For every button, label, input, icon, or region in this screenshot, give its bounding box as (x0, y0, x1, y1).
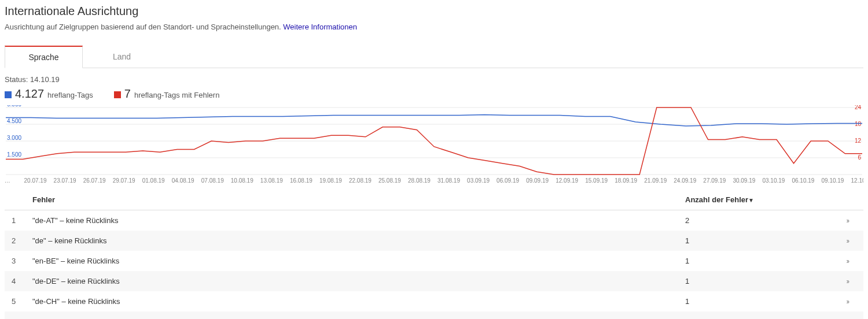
svg-text:12.09.19: 12.09.19 (556, 177, 578, 184)
status-label: Status: (5, 75, 28, 84)
svg-text:03.09.19: 03.09.19 (467, 177, 490, 184)
row-count: 1 (678, 231, 840, 251)
table-row[interactable]: 5"de-CH" – keine Rücklinks1›› (5, 291, 863, 311)
svg-text:22.08.19: 22.08.19 (349, 177, 372, 184)
sort-desc-icon: ▼ (748, 197, 754, 203)
row-action[interactable]: ›› (840, 311, 863, 319)
svg-text:19.08.19: 19.08.19 (319, 177, 342, 184)
row-index: 6 (5, 311, 25, 319)
row-index: 3 (5, 251, 25, 271)
row-index: 5 (5, 291, 25, 311)
th-error[interactable]: Fehler (25, 190, 678, 210)
svg-text:10.08.19: 10.08.19 (231, 177, 253, 184)
svg-text:18.09.19: 18.09.19 (615, 177, 637, 184)
svg-text:31.08.19: 31.08.19 (437, 177, 460, 184)
svg-text:21.09.19: 21.09.19 (644, 177, 667, 184)
svg-text:26.07.19: 26.07.19 (83, 177, 106, 184)
legend-tags-value: 4.127 (15, 87, 44, 101)
page-description: Ausrichtung auf Zielgruppen basierend au… (5, 23, 863, 31)
svg-text:01.08.19: 01.08.19 (142, 177, 165, 184)
row-count: 1 (678, 311, 840, 319)
svg-text:12: 12 (855, 138, 862, 144)
timeline-chart[interactable]: 1.50063.000124.500186.000241…20.07.1923.… (5, 105, 863, 186)
svg-text:13.08.19: 13.08.19 (260, 177, 283, 184)
table-row[interactable]: 1"de-AT" – keine Rücklinks2›› (5, 210, 863, 231)
square-icon (5, 91, 12, 98)
svg-text:04.08.19: 04.08.19 (172, 177, 194, 184)
svg-text:18: 18 (855, 121, 862, 127)
th-count[interactable]: Anzahl der Fehler▼ (678, 190, 840, 210)
svg-text:09.09.19: 09.09.19 (526, 177, 549, 184)
svg-text:27.09.19: 27.09.19 (703, 177, 726, 184)
svg-text:12.10.19: 12.10.19 (851, 177, 863, 184)
th-action (840, 190, 863, 210)
svg-text:06.10.19: 06.10.19 (792, 177, 814, 184)
row-error: "de-DE" – keine Rücklinks (25, 271, 678, 291)
row-count: 1 (678, 251, 840, 271)
svg-text:03.10.19: 03.10.19 (762, 177, 785, 184)
chart-legend: 4.127 hreflang-Tags 7 hreflang-Tags mit … (5, 87, 863, 105)
th-count-label: Anzahl der Fehler (685, 195, 748, 204)
svg-text:16.08.19: 16.08.19 (290, 177, 312, 184)
row-action[interactable]: ›› (840, 271, 863, 291)
svg-text:23.07.19: 23.07.19 (54, 177, 76, 184)
square-icon (114, 91, 121, 98)
row-count: 1 (678, 291, 840, 311)
table-row[interactable]: 3"en-BE" – keine Rücklinks1›› (5, 251, 863, 271)
legend-tags-label: hreflang-Tags (47, 91, 93, 99)
svg-text:09.10.19: 09.10.19 (821, 177, 844, 184)
table-row[interactable]: 4"de-DE" – keine Rücklinks1›› (5, 271, 863, 291)
row-error: "de" – keine Rücklinks (25, 231, 678, 251)
svg-text:6: 6 (858, 154, 861, 161)
svg-text:06.09.19: 06.09.19 (496, 177, 519, 184)
svg-text:07.08.19: 07.08.19 (201, 177, 224, 184)
legend-errors: 7 hreflang-Tags mit Fehlern (114, 87, 220, 101)
row-index: 4 (5, 271, 25, 291)
tab-language[interactable]: Sprache (5, 46, 83, 68)
table-row[interactable]: 6"en-NL" – keine Rücklinks1›› (5, 311, 863, 319)
row-index: 1 (5, 210, 25, 231)
svg-text:24: 24 (855, 105, 862, 110)
table-row[interactable]: 2"de" – keine Rücklinks1›› (5, 231, 863, 251)
tab-country[interactable]: Land (83, 46, 161, 68)
svg-text:15.09.19: 15.09.19 (585, 177, 608, 184)
th-index (5, 190, 25, 210)
row-error: "de-AT" – keine Rücklinks (25, 210, 678, 231)
svg-text:3.000: 3.000 (7, 135, 21, 141)
svg-text:6.000: 6.000 (7, 105, 21, 107)
svg-text:24.09.19: 24.09.19 (674, 177, 696, 184)
row-error: "en-NL" – keine Rücklinks (25, 311, 678, 319)
svg-text:28.08.19: 28.08.19 (408, 177, 431, 184)
row-action[interactable]: ›› (840, 210, 863, 231)
svg-text:1…: 1… (5, 177, 10, 184)
svg-text:4.500: 4.500 (7, 118, 21, 124)
row-action[interactable]: ›› (840, 291, 863, 311)
svg-text:1.500: 1.500 (7, 151, 21, 158)
row-error: "en-BE" – keine Rücklinks (25, 251, 678, 271)
row-error: "de-CH" – keine Rücklinks (25, 291, 678, 311)
status-date: 14.10.19 (30, 75, 60, 84)
svg-text:20.07.19: 20.07.19 (24, 177, 47, 184)
legend-errors-value: 7 (124, 87, 131, 101)
page-description-text: Ausrichtung auf Zielgruppen basierend au… (5, 23, 283, 31)
row-count: 2 (678, 210, 840, 231)
row-action[interactable]: ›› (840, 251, 863, 271)
svg-text:25.08.19: 25.08.19 (378, 177, 401, 184)
svg-text:30.09.19: 30.09.19 (733, 177, 755, 184)
row-action[interactable]: ›› (840, 231, 863, 251)
more-info-link[interactable]: Weitere Informationen (283, 23, 357, 31)
legend-errors-label: hreflang-Tags mit Fehlern (134, 91, 219, 99)
status-row: Status: 14.10.19 (5, 68, 863, 87)
legend-tags: 4.127 hreflang-Tags (5, 87, 93, 101)
errors-table: Fehler Anzahl der Fehler▼ 1"de-AT" – kei… (5, 190, 863, 319)
page-title: Internationale Ausrichtung (5, 5, 863, 18)
svg-text:29.07.19: 29.07.19 (113, 177, 135, 184)
tabs: Sprache Land (5, 45, 863, 68)
row-count: 1 (678, 271, 840, 291)
row-index: 2 (5, 231, 25, 251)
